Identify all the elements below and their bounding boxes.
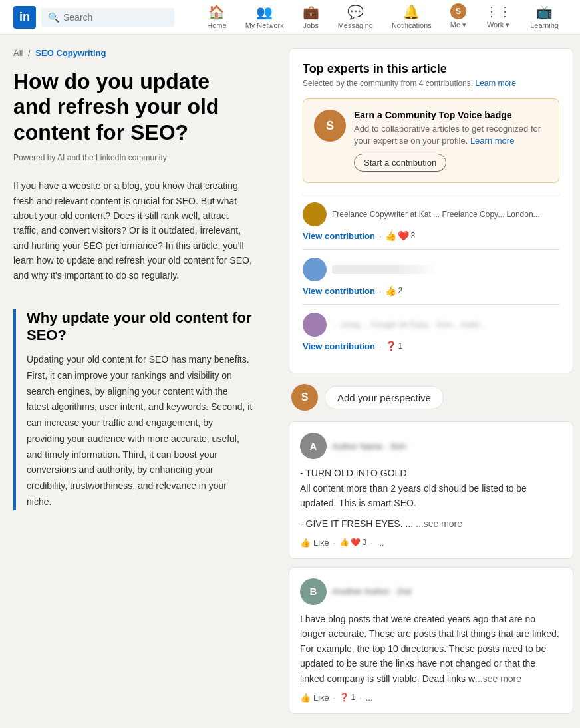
post-footer-1: 👍 Like · 👍 ❤️ 3 · ...	[300, 538, 562, 548]
article-intro: If you have a website or a blog, you kno…	[13, 178, 253, 283]
experts-card: Top experts in this article Selected by …	[289, 48, 573, 373]
learning-icon: 📺	[536, 4, 553, 20]
main-container: All / SEO Copywriting How do you update …	[0, 35, 580, 728]
nav-my-network[interactable]: 👥 My Network	[237, 0, 292, 35]
like-button-2[interactable]: 👍 Like	[300, 693, 329, 703]
user-avatar: S	[291, 384, 318, 411]
reaction-count-1: 3	[410, 231, 415, 240]
badge-avatar: S	[314, 110, 346, 142]
post-card-1: A Author Name · 3rd+ - TURN OLD INTO GOL…	[289, 421, 573, 559]
view-contribution-3[interactable]: View contribution	[303, 341, 375, 351]
contrib-header-3: ... using ... Google de Easy... Som... t…	[303, 313, 559, 337]
notifications-icon: 🔔	[403, 4, 420, 20]
badge-content: Earn a Community Top Voice badge Add to …	[354, 110, 548, 172]
nav-work[interactable]: ⋮⋮ Work ▾	[477, 0, 519, 35]
see-more-1[interactable]: ...see more	[416, 518, 462, 529]
contribution-item-1: Freelance Copywriter at Kat ... Freelanc…	[303, 194, 559, 249]
nav-learning-label: Learning	[530, 21, 559, 29]
nav-learning[interactable]: 📺 Learning	[522, 0, 567, 35]
nav-me[interactable]: S Me ▾	[442, 0, 474, 35]
post-card-2: B Another Author · 2nd I have blog posts…	[289, 567, 573, 714]
learn-more-link[interactable]: Learn more	[475, 79, 515, 88]
reaction-badge-3: ❓ 1	[385, 341, 402, 351]
contrib-avatar-3	[303, 313, 327, 337]
nav-jobs[interactable]: 💼 Jobs	[295, 0, 327, 35]
search-bar[interactable]: 🔍	[41, 8, 174, 27]
work-icon: ⋮⋮	[485, 3, 511, 19]
nav-notifications[interactable]: 🔔 Notifications	[384, 0, 440, 35]
article-title: How do you update and refresh your old c…	[13, 69, 253, 145]
jobs-icon: 💼	[303, 4, 319, 20]
reaction-badge-1: 👍 ❤️ 3	[385, 230, 415, 241]
messaging-icon: 💬	[347, 4, 364, 20]
nav-network-label: My Network	[245, 21, 284, 29]
navbar: in 🔍 🏠 Home 👥 My Network 💼 Jobs 💬 Messag…	[0, 0, 580, 35]
post-reactions-2: ❓ 1	[339, 693, 355, 702]
search-input[interactable]	[63, 12, 168, 23]
contrib-meta-1: Freelance Copywriter at Kat ... Freelanc…	[332, 209, 540, 220]
see-more-2[interactable]: ...see more	[475, 673, 521, 684]
search-icon: 🔍	[48, 12, 59, 23]
section-why-update: Why update your old content for SEO? Upd…	[13, 309, 253, 510]
nav-me-label: Me ▾	[450, 21, 466, 29]
reaction-count-number-2: 1	[351, 693, 355, 702]
nav-messaging[interactable]: 💬 Messaging	[330, 0, 381, 35]
post-content-2: I have blog posts that were created year…	[300, 612, 562, 686]
badge-card: S Earn a Community Top Voice badge Add t…	[303, 98, 559, 183]
experts-subtitle: Selected by the community from 4 contrib…	[303, 79, 559, 88]
section-title: Why update your old content for SEO?	[27, 309, 253, 344]
badge-title: Earn a Community Top Voice badge	[354, 110, 548, 120]
contribution-item-2: View contribution · 👍 2	[303, 249, 559, 304]
experts-title: Top experts in this article	[303, 62, 559, 76]
contrib-header-1: Freelance Copywriter at Kat ... Freelanc…	[303, 202, 559, 226]
linkedin-logo[interactable]: in	[13, 6, 36, 29]
breadcrumb-current: SEO Copywriting	[35, 48, 106, 58]
contrib-footer-1: View contribution · 👍 ❤️ 3	[303, 230, 559, 241]
view-contribution-2[interactable]: View contribution	[303, 286, 375, 296]
nav-home-label: Home	[207, 21, 226, 29]
post-author-info-1: Author Name · 3rd+	[332, 441, 408, 451]
post-content-1: - TURN OLD INTO GOLD. All content more t…	[300, 466, 562, 531]
reaction-count-3: 1	[398, 341, 402, 351]
contrib-avatar-2	[303, 258, 327, 281]
badge-description: Add to collaborative articles to get rec…	[354, 123, 548, 147]
network-icon: 👥	[256, 4, 273, 20]
post-author-2: B Another Author · 2nd	[300, 578, 562, 605]
right-panel: Top experts in this article Selected by …	[282, 48, 580, 722]
post-footer-2: 👍 Like · ❓ 1 · ...	[300, 693, 562, 703]
add-perspective-button[interactable]: Add your perspective	[325, 386, 444, 409]
article-powered-by: Powered by AI and the LinkedIn community	[13, 153, 253, 162]
start-contribution-button[interactable]: Start a contribution	[354, 154, 446, 172]
contrib-meta-3: ... using ... Google de Easy... Som... t…	[332, 319, 486, 331]
contribution-item-3: ... using ... Google de Easy... Som... t…	[303, 304, 559, 359]
like-button-1[interactable]: 👍 Like	[300, 538, 329, 548]
contrib-header-2	[303, 258, 559, 281]
reaction-count-number-1: 3	[362, 538, 366, 547]
more-button-1[interactable]: ...	[377, 538, 384, 548]
reaction-question-2: ❓	[339, 693, 349, 702]
breadcrumb: All / SEO Copywriting	[13, 48, 253, 58]
view-contribution-1[interactable]: View contribution	[303, 231, 375, 241]
contrib-footer-2: View contribution · 👍 2	[303, 285, 559, 296]
home-icon: 🏠	[208, 4, 225, 20]
reaction-thumbs-1: 👍	[339, 538, 349, 547]
more-button-2[interactable]: ...	[366, 693, 373, 703]
thumbs-up-icon-2: 👍	[300, 693, 311, 703]
nav-messaging-label: Messaging	[338, 21, 373, 29]
add-perspective-section: S Add your perspective	[289, 384, 573, 411]
post-author-avatar-2: B	[300, 578, 327, 605]
breadcrumb-all[interactable]: All	[13, 48, 23, 58]
badge-learn-more[interactable]: Learn more	[470, 136, 514, 146]
section-content: Updating your old content for SEO has ma…	[27, 352, 253, 510]
reaction-heart-1: ❤️	[351, 538, 361, 547]
post-author-info-2: Another Author · 2nd	[332, 586, 411, 596]
reaction-badge-2: 👍 2	[385, 285, 402, 296]
nav-jobs-label: Jobs	[303, 21, 319, 29]
nav-work-label: Work ▾	[487, 21, 510, 29]
nav-home[interactable]: 🏠 Home	[199, 0, 234, 35]
avatar: S	[450, 3, 466, 19]
post-reactions-1: 👍 ❤️ 3	[339, 538, 366, 547]
post-author-avatar-1: A	[300, 433, 327, 459]
contrib-footer-3: View contribution · ❓ 1	[303, 341, 559, 351]
nav-notifications-label: Notifications	[392, 21, 432, 29]
